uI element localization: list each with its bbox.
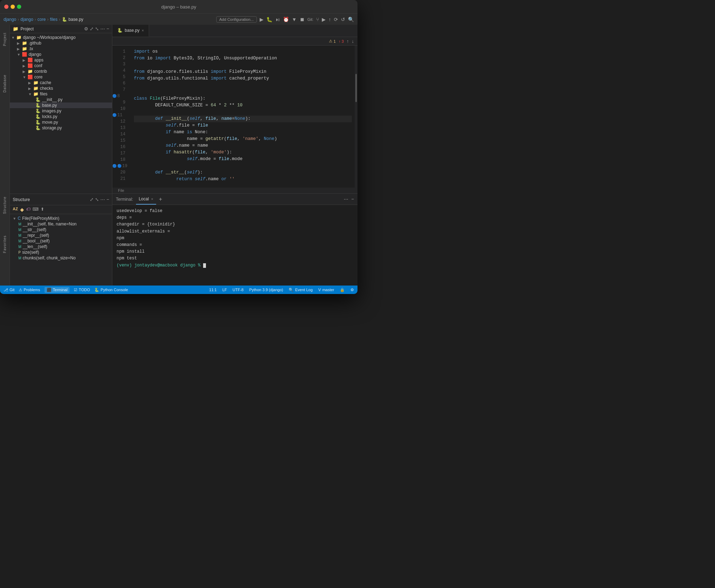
tree-item-init[interactable]: 🐍 __init__.py [10,97,112,102]
code-content[interactable]: import os from io import BytesIO, String… [128,46,355,188]
structure-class-item[interactable]: ▼ C File(FileProxyMixin) [10,216,112,221]
filter-star[interactable]: ◆ [20,207,24,212]
tree-item-core[interactable]: ▼ 🟥 core [10,74,112,80]
profile-icon[interactable]: ⏰ [283,17,289,22]
breadcrumb-django-root[interactable]: django [4,17,16,22]
settings-panel-btn[interactable]: ⚙ [84,26,88,31]
sidebar-icon-project[interactable]: Project [1,26,9,47]
structure-method-init[interactable]: M __init__(self, file, name=Non [10,221,112,227]
status-line-col[interactable]: 11:1 [209,288,217,292]
tree-item-apps[interactable]: ▶ 🟥 apps [10,57,112,63]
git-branch-icon[interactable]: ⑂ [316,17,319,22]
status-settings-icon[interactable]: ⚙ [350,288,354,292]
tree-item-base[interactable]: 🐍 base.py [10,102,112,108]
tree-item-move[interactable]: 🐍 move.py [10,119,112,125]
tree-item-files[interactable]: ▼ 📁 files [10,91,112,97]
structure-method-repr[interactable]: M __repr__(self) [10,233,112,238]
minimize-button[interactable] [11,5,15,9]
terminal-close-icon[interactable]: × [151,197,153,201]
status-lf[interactable]: LF [222,288,227,292]
tree-item-storage[interactable]: 🐍 storage.py [10,125,112,131]
git-push-icon[interactable]: ▶ [322,17,326,22]
tree-item-images[interactable]: 🐍 images.py [10,108,112,114]
tree-item-checks[interactable]: ▶ 📁 checks [10,86,112,91]
nav-down-icon[interactable]: ↓ [352,39,354,44]
filter-inherit[interactable]: ⬆ [41,207,44,212]
terminal-more-icon[interactable]: ⋯ [344,196,348,202]
tree-item-contrib[interactable]: ▶ 📁 contrib [10,69,112,74]
tab-base-py[interactable]: 🐍 base.py × [112,25,149,37]
filter-code[interactable]: ⌨ [32,207,39,212]
structure-method-len[interactable]: M __len__(self) [10,244,112,249]
stop-icon[interactable]: ⏹ [300,17,305,22]
warning-badge[interactable]: ⚠ 1 [329,39,336,43]
terminal-minimize-icon[interactable]: − [351,196,354,202]
coverage-icon[interactable]: ⏯ [275,17,280,22]
bottom-tab-todo[interactable]: ☑ TODO [74,288,90,292]
bottom-tab-python-console[interactable]: 🐍 Python Console [94,288,128,292]
status-lock-icon[interactable]: 🔒 [340,288,345,292]
structure-method-size[interactable]: P size(self) [10,249,112,255]
more-panel-btn[interactable]: ⋯ [100,26,105,31]
close-button[interactable] [4,5,8,9]
git-revert-icon[interactable]: ↺ [341,17,345,22]
git-fetch-icon[interactable]: ↑ [329,17,331,22]
editor-scrollbar-thumb[interactable] [355,74,357,102]
structure-minimize-btn[interactable]: − [106,197,109,202]
error-badge[interactable]: ↑ 3 [338,39,344,43]
todo-icon: ☑ [74,288,77,292]
structure-method-chunks[interactable]: M chunks(self, chunk_size=No [10,255,112,261]
run-icon[interactable]: ▶ [260,17,264,22]
tree-label-move: move.py [42,120,58,125]
code-line: self.file = file [134,122,352,129]
file-tree[interactable]: ▼ 📁 django ~/Workspace/django ▶ 📁 .githu… [10,33,112,194]
terminal-add-tab[interactable]: + [159,196,162,202]
chevron-right-icon: ▶ [23,58,26,62]
status-python-version[interactable]: Python 3.9 (django) [249,288,283,292]
status-encoding[interactable]: UTF-8 [232,288,243,292]
status-event-log[interactable]: 🔍 Event Log [289,288,313,292]
status-bar: ⎇ Git ⚠ Problems ⬛ Terminal ☑ TODO 🐍 Pyt… [0,286,358,294]
structure-sidebar-label[interactable]: Structure [3,196,7,214]
settings-icon[interactable]: ▼ [292,17,297,22]
tab-close-icon[interactable]: × [142,28,144,33]
filter-az[interactable]: AZ [13,207,18,212]
structure-expand-btn[interactable]: ⤢ [90,197,94,202]
status-git-branch[interactable]: V master [318,288,334,292]
editor-scrollbar[interactable] [355,46,358,188]
search-icon[interactable]: 🔍 [348,17,354,22]
git-history-icon[interactable]: ⟳ [334,17,338,22]
structure-method-str[interactable]: M __str__(self) [10,227,112,233]
breadcrumb-django[interactable]: django [20,17,33,22]
bottom-tab-git[interactable]: ⎇ Git [4,288,14,292]
structure-method-bool[interactable]: M __bool__(self) [10,238,112,244]
debug-icon[interactable]: 🐛 [266,17,272,22]
structure-more-btn[interactable]: ⋯ [100,197,105,202]
bottom-tab-problems[interactable]: ⚠ Problems [19,288,40,292]
sidebar-icon-database[interactable]: Database [1,69,9,94]
tree-item-cache[interactable]: ▶ 📁 cache [10,80,112,86]
favorites-sidebar-label[interactable]: Favorites [3,235,7,253]
add-config-button[interactable]: Add Configuration... [216,16,257,23]
tree-item-locks[interactable]: 🐍 locks.py [10,114,112,119]
filter-tag[interactable]: 🏷 [26,207,30,212]
breadcrumb-files[interactable]: files [50,17,57,22]
tree-item-conf[interactable]: ▶ 🟥 conf [10,63,112,69]
encoding-label: UTF-8 [232,288,243,292]
bottom-tab-terminal[interactable]: ⬛ Terminal [45,287,70,293]
window-controls[interactable] [4,5,21,9]
nav-up-icon[interactable]: ↑ [347,39,349,44]
structure-collapse-btn[interactable]: ⤡ [95,197,99,202]
collapse-panel-btn[interactable]: ⤡ [95,26,99,31]
terminal-tab-local[interactable]: Local × [136,194,156,205]
breadcrumb-core[interactable]: core [37,17,46,22]
minimize-panel-btn[interactable]: − [106,26,109,31]
tree-item-django[interactable]: ▼ 🟥 django [10,52,112,57]
tree-item-tx[interactable]: ▶ 📁 .tx [10,46,112,52]
terminal-content[interactable]: usedevelop = false deps = changedir = {t… [112,205,358,286]
tree-root[interactable]: ▼ 📁 django ~/Workspace/django [10,35,112,40]
expand-panel-btn[interactable]: ⤢ [90,26,94,31]
maximize-button[interactable] [17,5,21,9]
code-editor[interactable]: 1 2 3 4 5 6 7 🔵8 9 10 🔵11 12 13 14 15 16 [112,46,355,188]
tree-item-github[interactable]: ▶ 📁 .github [10,40,112,46]
